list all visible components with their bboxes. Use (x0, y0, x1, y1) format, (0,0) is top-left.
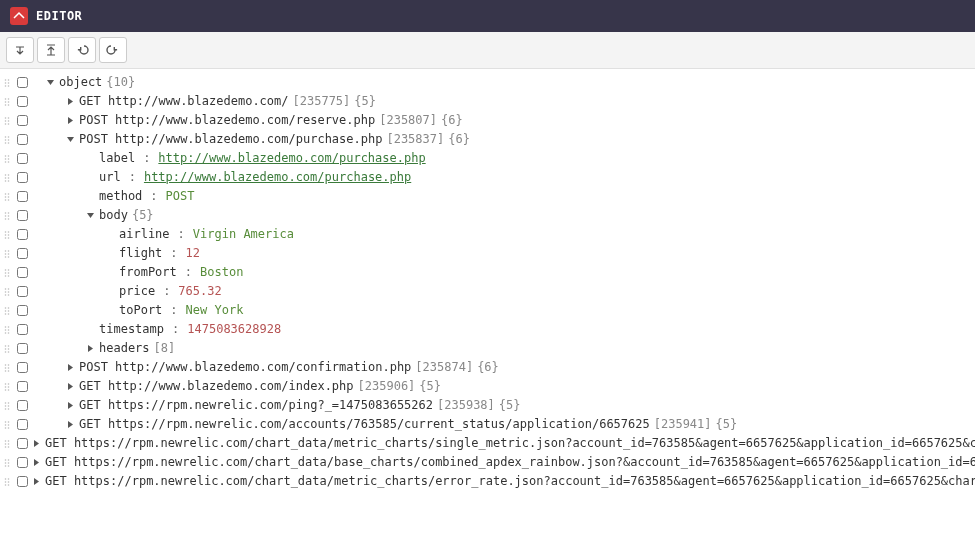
svg-point-29 (8, 161, 10, 163)
checkbox-input[interactable] (17, 248, 28, 259)
tree-node-content[interactable]: url :http://www.blazedemo.com/purchase.p… (99, 168, 411, 187)
expand-icon[interactable] (66, 116, 75, 125)
svg-point-130 (5, 484, 7, 486)
drag-handle-icon (2, 458, 12, 468)
collapse-icon[interactable] (46, 78, 55, 87)
expand-icon[interactable] (32, 477, 41, 486)
row-checkbox[interactable] (12, 343, 32, 354)
checkbox-input[interactable] (17, 438, 28, 449)
expand-icon[interactable] (66, 401, 75, 410)
row-checkbox[interactable] (12, 381, 32, 392)
checkbox-input[interactable] (17, 457, 28, 468)
row-checkbox[interactable] (12, 305, 32, 316)
collapse-up-button[interactable] (37, 37, 65, 63)
row-checkbox[interactable] (12, 324, 32, 335)
tree-node-content[interactable]: flight:12 (119, 244, 200, 263)
tree-node-content[interactable]: GET https://rpm.newrelic.com/chart_data/… (45, 453, 975, 472)
tree-node-content[interactable]: price:765.32 (119, 282, 222, 301)
row-checkbox[interactable] (12, 457, 32, 468)
tree-node-content[interactable]: label:http://www.blazedemo.com/purchase.… (99, 149, 426, 168)
row-checkbox[interactable] (12, 362, 32, 373)
row-checkbox[interactable] (12, 400, 32, 411)
tree-node-content[interactable]: POST http://www.blazedemo.com/purchase.p… (79, 130, 470, 149)
checkbox-input[interactable] (17, 77, 28, 88)
checkbox-input[interactable] (17, 115, 28, 126)
redo-button[interactable] (99, 37, 127, 63)
checkbox-input[interactable] (17, 172, 28, 183)
checkbox-input[interactable] (17, 267, 28, 278)
checkbox-input[interactable] (17, 362, 28, 373)
tree-node-content[interactable]: body {5} (99, 206, 154, 225)
expand-icon[interactable] (66, 420, 75, 429)
undo-button[interactable] (68, 37, 96, 63)
drag-handle-icon (2, 363, 12, 373)
tree-node-content[interactable]: POST http://www.blazedemo.com/reserve.ph… (79, 111, 463, 130)
property-row: flight:12 (0, 244, 975, 263)
string-value: Boston (200, 263, 243, 282)
tree-node-content[interactable]: GET https://rpm.newrelic.com/chart_data/… (45, 434, 975, 453)
svg-point-51 (8, 234, 10, 236)
svg-point-72 (5, 307, 7, 309)
row-checkbox[interactable] (12, 96, 32, 107)
expand-icon[interactable] (66, 382, 75, 391)
expand-icon[interactable] (66, 97, 75, 106)
svg-point-32 (5, 177, 7, 179)
row-checkbox[interactable] (12, 476, 32, 487)
link-value[interactable]: http://www.blazedemo.com/purchase.php (158, 149, 425, 168)
checkbox-input[interactable] (17, 210, 28, 221)
checkbox-input[interactable] (17, 400, 28, 411)
svg-point-102 (5, 402, 7, 404)
expand-icon[interactable] (86, 344, 95, 353)
tree-node-content[interactable]: airline:Virgin America (119, 225, 294, 244)
checkbox-input[interactable] (17, 324, 28, 335)
row-checkbox[interactable] (12, 286, 32, 297)
checkbox-input[interactable] (17, 134, 28, 145)
tree-node-content[interactable]: GET https://rpm.newrelic.com/ping?_=1475… (79, 396, 521, 415)
tree-node-content[interactable]: method:POST (99, 187, 195, 206)
row-checkbox[interactable] (12, 438, 32, 449)
tree-node-content[interactable]: toPort:New York (119, 301, 243, 320)
collapse-icon[interactable] (66, 135, 75, 144)
expand-icon[interactable] (66, 363, 75, 372)
row-checkbox[interactable] (12, 115, 32, 126)
checkbox-input[interactable] (17, 419, 28, 430)
row-checkbox[interactable] (12, 77, 32, 88)
svg-point-60 (5, 269, 7, 271)
collapse-icon[interactable] (86, 211, 95, 220)
checkbox-input[interactable] (17, 343, 28, 354)
row-checkbox[interactable] (12, 419, 32, 430)
tree-node-content[interactable]: timestamp:1475083628928 (99, 320, 281, 339)
checkbox-input[interactable] (17, 476, 28, 487)
tree-node-content[interactable]: object {10} (59, 73, 135, 92)
node-key: fromPort (119, 263, 177, 282)
svg-point-50 (5, 234, 7, 236)
checkbox-input[interactable] (17, 96, 28, 107)
checkbox-input[interactable] (17, 381, 28, 392)
expand-icon[interactable] (32, 458, 41, 467)
row-checkbox[interactable] (12, 210, 32, 221)
tree-node-content[interactable]: GET http://www.blazedemo.com/ [235775] {… (79, 92, 376, 111)
tree-node-content[interactable]: GET http://www.blazedemo.com/index.php [… (79, 377, 441, 396)
tree-node-content[interactable]: POST http://www.blazedemo.com/confirmati… (79, 358, 499, 377)
link-value[interactable]: http://www.blazedemo.com/purchase.php (144, 168, 411, 187)
tree-node-content[interactable]: GET https://rpm.newrelic.com/chart_data/… (45, 472, 975, 491)
property-row: toPort:New York (0, 301, 975, 320)
row-checkbox[interactable] (12, 229, 32, 240)
tree-node-content[interactable]: fromPort:Boston (119, 263, 243, 282)
checkbox-input[interactable] (17, 305, 28, 316)
tree-node-content[interactable]: headers [8] (99, 339, 175, 358)
row-checkbox[interactable] (12, 172, 32, 183)
checkbox-input[interactable] (17, 191, 28, 202)
expand-icon[interactable] (32, 439, 41, 448)
tree-node-content[interactable]: GET https://rpm.newrelic.com/accounts/76… (79, 415, 737, 434)
node-key: flight (119, 244, 162, 263)
row-checkbox[interactable] (12, 153, 32, 164)
checkbox-input[interactable] (17, 229, 28, 240)
checkbox-input[interactable] (17, 286, 28, 297)
row-checkbox[interactable] (12, 248, 32, 259)
expand-down-button[interactable] (6, 37, 34, 63)
checkbox-input[interactable] (17, 153, 28, 164)
row-checkbox[interactable] (12, 267, 32, 278)
row-checkbox[interactable] (12, 191, 32, 202)
row-checkbox[interactable] (12, 134, 32, 145)
